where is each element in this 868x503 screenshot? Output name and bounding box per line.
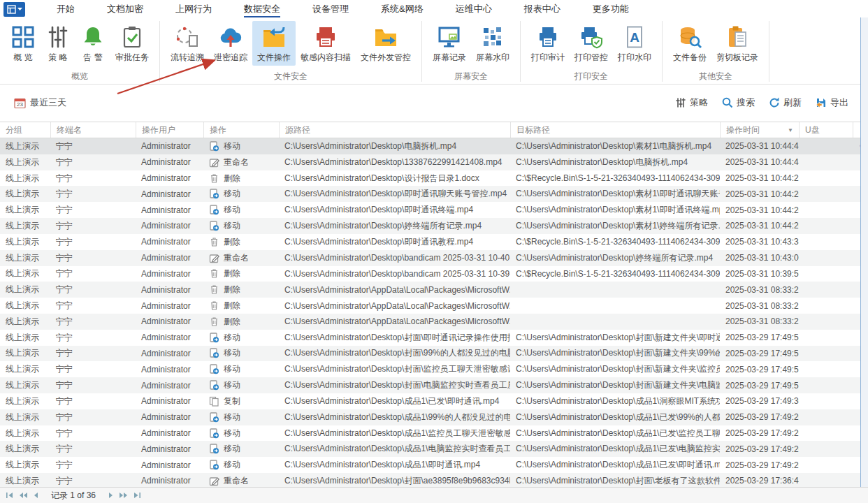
table-row[interactable]: 线上演示宁宁Administrator重命名C:\Users\Administr… (0, 154, 861, 170)
cell-operation: 移动 (203, 220, 279, 232)
toolbar-action-策略[interactable]: 策略 (675, 96, 708, 109)
ribbon-button-打印审计[interactable]: 打印审计 (526, 21, 570, 66)
ribbon-button-策略[interactable]: 策 略 (41, 21, 75, 66)
table-row[interactable]: 线上演示宁宁Administrator移动C:\Users\Administra… (0, 330, 861, 346)
table-row[interactable]: 线上演示宁宁Administrator复制C:\Users\Administra… (0, 393, 861, 409)
column-header-终端名[interactable]: 终端名 (50, 122, 136, 138)
menu-tab-开始[interactable]: 开始 (41, 0, 91, 19)
menu-tab-更多功能[interactable]: 更多功能 (577, 0, 645, 19)
next-page-button[interactable] (108, 492, 114, 499)
ribbon-button-label: 文件操作 (257, 52, 291, 64)
column-header-操作时间[interactable]: 操作时间▼ (720, 122, 799, 138)
delete-icon (209, 284, 219, 295)
move-icon (209, 444, 219, 454)
fast-prev-button[interactable] (19, 492, 28, 499)
ribbon-button-屏幕记录[interactable]: 屏幕记录 (428, 21, 471, 66)
cell-group: 线上演示 (0, 220, 50, 232)
collapsed-side-panel[interactable] (860, 17, 868, 488)
column-header-源路径[interactable]: 源路径 (279, 122, 510, 138)
app-menu-button[interactable] (3, 2, 25, 17)
table-row[interactable]: 线上演示宁宁Administrator移动C:\Users\Administra… (0, 361, 861, 377)
ribbon-button-文件操作[interactable]: 文件操作 (252, 21, 296, 66)
table-row[interactable]: 线上演示宁宁Administrator删除C:\Users\Administra… (0, 282, 861, 298)
menu-tab-设备管理[interactable]: 设备管理 (296, 0, 365, 19)
cell-target-path: C:\Users\Administrator\Desktop\封面\新建文件夹\… (510, 379, 720, 391)
ribbon-button-告警[interactable]: 告 警 (75, 21, 110, 66)
cell-group: 线上演示 (0, 156, 50, 168)
delete-icon (209, 316, 219, 327)
table-row[interactable]: 线上演示宁宁Administrator移动C:\Users\Administra… (0, 186, 861, 202)
cell-source-path: C:\Users\Administrator\Desktop\设计报告目录1.d… (279, 173, 510, 184)
menu-tab-运维中心[interactable]: 运维中心 (440, 0, 508, 19)
table-row[interactable]: 线上演示宁宁Administrator移动C:\Users\Administra… (0, 202, 861, 218)
ribbon-button-流转追溯[interactable]: 流转追溯 (166, 21, 209, 66)
ribbon-button-打印管控[interactable]: 打印管控 (570, 21, 613, 66)
date-range-filter-button[interactable]: 23 最近三天 (14, 96, 66, 109)
toolbar-action-搜索[interactable]: 搜索 (722, 96, 755, 109)
last-page-button[interactable] (133, 492, 141, 499)
ribbon-button-屏幕水印[interactable]: 屏幕水印 (471, 21, 514, 66)
column-header-操作用户[interactable]: 操作用户 (136, 122, 203, 138)
table-row[interactable]: 线上演示宁宁Administrator移动C:\Users\Administra… (0, 425, 861, 442)
cell-target-path: C:\Users\Administrator\Desktop\成品1\已发\99… (510, 411, 720, 423)
table-row[interactable]: 线上演示宁宁Administrator移动C:\Users\Administra… (0, 441, 861, 457)
toolbar-action-刷新[interactable]: 刷新 (769, 96, 802, 109)
menu-tab-报表中心[interactable]: 报表中心 (508, 0, 577, 19)
table-row[interactable]: 线上演示宁宁Administrator删除C:\Users\Administra… (0, 170, 861, 187)
cell-user: Administrator (136, 269, 203, 279)
ribbon-button-概览[interactable]: 概 览 (6, 21, 41, 66)
cell-operation-time: 2025-03-29 17:36:44 (720, 476, 799, 486)
ribbon-button-剪切板记录[interactable]: 剪切板记录 (711, 21, 763, 66)
file-outgoing-icon (374, 25, 398, 49)
table-row[interactable]: 线上演示宁宁Administrator移动C:\Users\Administra… (0, 346, 861, 362)
export-icon (816, 97, 827, 108)
cell-terminal: 宁宁 (50, 188, 136, 200)
ribbon-button-审批任务[interactable]: 审批任务 (110, 21, 154, 66)
column-header-U盘[interactable]: U盘 (799, 122, 853, 138)
ribbon-button-文件备份[interactable]: 文件备份 (668, 21, 711, 66)
operation-label: 删除 (224, 173, 240, 184)
prev-page-button[interactable] (33, 492, 39, 499)
column-header-分组[interactable]: 分组 (0, 122, 50, 138)
table-row[interactable]: 线上演示宁宁Administrator重命名C:\Users\Administr… (0, 250, 861, 266)
ribbon-button-敏感内容扫描[interactable]: 敏感内容扫描 (296, 21, 356, 66)
table-row[interactable]: 线上演示宁宁Administrator移动C:\Users\Administra… (0, 377, 861, 393)
ribbon-button-label: 泄密追踪 (214, 52, 247, 64)
ribbon-button-文件外发管控[interactable]: 文件外发管控 (356, 21, 416, 66)
column-header-目标路径[interactable]: 目标路径 (510, 122, 720, 138)
table-row[interactable]: 线上演示宁宁Administrator移动C:\Users\Administra… (0, 138, 861, 154)
cell-source-path: C:\Users\Administrator\Desktop\成品1\已发\即时… (279, 395, 510, 407)
cell-source-path: C:\Users\Administrator\AppData\Local\Pac… (279, 301, 510, 311)
menu-tab-文档加密[interactable]: 文档加密 (91, 0, 159, 19)
move-icon (209, 364, 219, 374)
menu-tab-系统&网络[interactable]: 系统&网络 (365, 0, 440, 19)
table-row[interactable]: 线上演示宁宁Administrator移动C:\Users\Administra… (0, 457, 861, 473)
cell-target-path: C:\Users\Administrator\Desktop\封面\新建文件夹\… (510, 363, 720, 375)
fast-next-button[interactable] (119, 492, 128, 499)
column-header-操作[interactable]: 操作 (203, 122, 279, 138)
cell-terminal: 宁宁 (50, 140, 136, 152)
cell-operation: 移动 (203, 204, 279, 216)
table-row[interactable]: 线上演示宁宁Administrator删除C:\Users\Administra… (0, 234, 861, 250)
table-row[interactable]: 线上演示宁宁Administrator移动C:\Users\Administra… (0, 218, 861, 234)
cell-terminal: 宁宁 (50, 220, 136, 232)
cell-operation: 重命名 (203, 252, 279, 264)
toolbar-action-导出[interactable]: 导出 (816, 96, 848, 109)
cell-terminal: 宁宁 (50, 395, 136, 407)
table-row[interactable]: 线上演示宁宁Administrator删除C:\Users\Administra… (0, 266, 861, 282)
ribbon-button-打印水印[interactable]: A打印水印 (613, 21, 656, 66)
cell-group: 线上演示 (0, 363, 50, 375)
table-row[interactable]: 线上演示宁宁Administrator删除C:\Users\Administra… (0, 298, 861, 314)
menu-tab-数据安全[interactable]: 数据安全 (228, 0, 296, 19)
cell-operation-time: 2025-03-29 17:49:55 (720, 349, 799, 358)
operation-label: 重命名 (224, 252, 249, 264)
cell-source-path: C:\Users\Administrator\AppData\Local\Pac… (279, 316, 510, 326)
sort-filter-icon[interactable]: ▼ (788, 127, 793, 133)
ribbon-button-泄密追踪[interactable]: 泄密追踪 (209, 21, 252, 66)
first-page-button[interactable] (6, 492, 14, 499)
table-row[interactable]: 线上演示宁宁Administrator移动C:\Users\Administra… (0, 409, 861, 425)
screen-watermark-icon (481, 25, 505, 49)
menu-tab-上网行为[interactable]: 上网行为 (159, 0, 228, 19)
table-row[interactable]: 线上演示宁宁Administrator删除C:\Users\Administra… (0, 314, 861, 330)
delete-icon (209, 300, 219, 311)
